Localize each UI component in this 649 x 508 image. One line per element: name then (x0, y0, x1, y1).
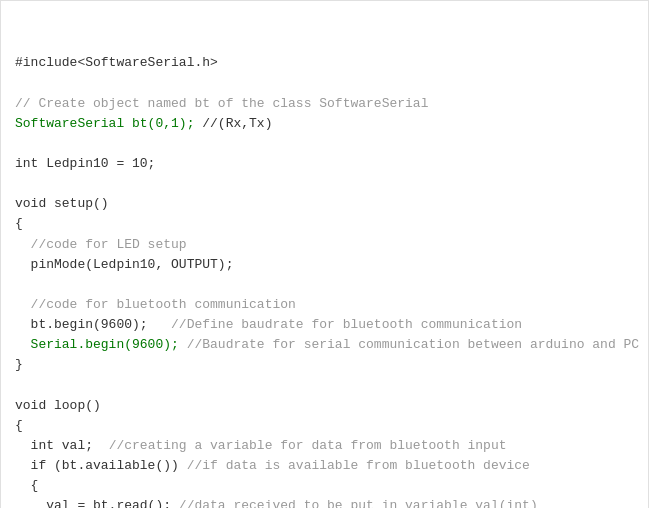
line-17 (15, 378, 23, 393)
line-23: val = bt.read(); //data received to be p… (15, 498, 538, 508)
line-2 (15, 75, 23, 90)
line-10: //code for LED setup (15, 237, 187, 252)
line-21: if (bt.available()) //if data is availab… (15, 458, 530, 473)
line-15: Serial.begin(9600); //Baudrate for seria… (15, 337, 639, 352)
line-12 (15, 277, 23, 292)
line-6: int Ledpin10 = 10; (15, 156, 155, 171)
line-20: int val; //creating a variable for data … (15, 438, 507, 453)
line-1: #include<SoftwareSerial.h> (15, 55, 218, 70)
line-16: } (15, 357, 23, 372)
line-7 (15, 176, 23, 191)
line-18: void loop() (15, 398, 101, 413)
line-4: SoftwareSerial bt(0,1); //(Rx,Tx) (15, 116, 272, 131)
line-8: void setup() (15, 196, 109, 211)
line-13: //code for bluetooth communication (15, 297, 296, 312)
line-14: bt.begin(9600); //Define baudrate for bl… (15, 317, 522, 332)
line-3: // Create object named bt of the class S… (15, 96, 428, 111)
line-9: { (15, 216, 23, 231)
line-11: pinMode(Ledpin10, OUTPUT); (15, 257, 233, 272)
code-block: #include<SoftwareSerial.h> // Create obj… (15, 13, 634, 508)
line-22: { (15, 478, 38, 493)
code-container: #include<SoftwareSerial.h> // Create obj… (0, 0, 649, 508)
line-19: { (15, 418, 23, 433)
line-5 (15, 136, 23, 151)
